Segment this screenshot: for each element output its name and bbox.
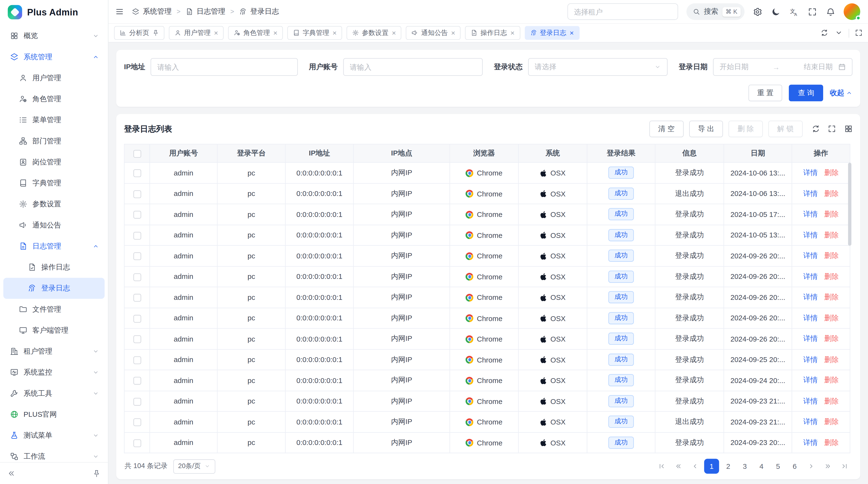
header-button-fullscreen[interactable] <box>808 7 817 17</box>
detail-link[interactable]: 详情 <box>803 375 817 385</box>
tab-close-icon[interactable]: × <box>451 29 455 37</box>
tab-item[interactable]: 角色管理× <box>228 26 283 40</box>
header-button-gear[interactable] <box>753 7 762 17</box>
tab-close-icon[interactable]: × <box>392 29 396 37</box>
tab-item[interactable]: 登录日志× <box>525 26 580 40</box>
header-button-moon[interactable] <box>771 7 780 17</box>
delete-link[interactable]: 删除 <box>824 375 839 385</box>
delete-link[interactable]: 删除 <box>824 230 839 240</box>
tab-item[interactable]: 参数设置× <box>347 26 402 40</box>
panel-action-button[interactable]: 导 出 <box>689 121 723 137</box>
delete-link[interactable]: 删除 <box>824 438 839 447</box>
sidebar-item[interactable]: 概览 <box>3 26 105 46</box>
detail-link[interactable]: 详情 <box>803 438 817 447</box>
checkbox[interactable] <box>133 169 141 177</box>
sidebar-item[interactable]: 客户端管理 <box>3 320 105 341</box>
sidebar-item[interactable]: 系统工具 <box>3 383 105 404</box>
panel-action-button[interactable]: 清 空 <box>649 121 683 137</box>
delete-link[interactable]: 删除 <box>824 313 839 323</box>
detail-link[interactable]: 详情 <box>803 251 817 261</box>
header-button-bell[interactable] <box>826 7 835 17</box>
logo[interactable]: Plus Admin <box>0 0 108 24</box>
sidebar-pin-button[interactable] <box>92 469 100 478</box>
fast-next-button[interactable] <box>820 459 835 474</box>
checkbox[interactable] <box>133 377 141 385</box>
delete-link[interactable]: 删除 <box>824 209 839 219</box>
collapse-filters-link[interactable]: 收起 <box>830 88 852 98</box>
detail-link[interactable]: 详情 <box>803 417 817 427</box>
checkbox[interactable] <box>133 190 141 198</box>
sidebar-item[interactable]: 部门管理 <box>3 131 105 152</box>
sidebar-item[interactable]: 岗位管理 <box>3 152 105 172</box>
page-number-button[interactable]: 2 <box>721 459 736 474</box>
sidebar-item[interactable]: 日志管理 <box>3 236 105 257</box>
tabbar-button-refresh[interactable] <box>820 29 828 37</box>
filter-select[interactable]: 请选择 <box>528 58 668 76</box>
sidebar-item[interactable]: 菜单管理 <box>3 110 105 131</box>
page-size-select[interactable]: 20条/页 <box>173 459 215 474</box>
sidebar-item[interactable]: 文件管理 <box>3 299 105 320</box>
sidebar-item[interactable]: 登录日志 <box>3 278 105 299</box>
panel-button-fullscreen[interactable] <box>828 125 836 133</box>
filter-input[interactable] <box>151 58 298 76</box>
checkbox[interactable] <box>133 418 141 426</box>
avatar[interactable] <box>844 3 860 20</box>
panel-button-refresh[interactable] <box>811 125 820 133</box>
tab-close-icon[interactable]: × <box>273 29 277 37</box>
page-number-button[interactable]: 4 <box>754 459 769 474</box>
filter-input[interactable] <box>343 58 483 76</box>
sidebar-item[interactable]: 参数设置 <box>3 194 105 215</box>
sidebar-item[interactable]: PLUS官网 <box>3 404 105 425</box>
breadcrumb-item[interactable]: 登录日志 <box>239 7 279 17</box>
panel-button-grid[interactable] <box>844 125 852 133</box>
checkbox[interactable] <box>133 294 141 301</box>
sidebar-collapse-button[interactable] <box>7 469 16 478</box>
breadcrumb-item[interactable]: 日志管理 <box>185 7 225 17</box>
header-button-translate[interactable] <box>789 7 799 17</box>
pin-icon[interactable] <box>152 29 159 36</box>
detail-link[interactable]: 详情 <box>803 292 817 302</box>
sidebar-item[interactable]: 系统管理 <box>3 46 105 67</box>
panel-action-button[interactable]: 解 锁 <box>768 121 802 137</box>
checkbox[interactable] <box>133 273 141 281</box>
checkbox[interactable] <box>133 232 141 239</box>
next-page-button[interactable] <box>804 459 819 474</box>
tab-close-icon[interactable]: × <box>333 29 337 37</box>
checkbox[interactable] <box>133 315 141 322</box>
detail-link[interactable]: 详情 <box>803 209 817 219</box>
sidebar-item[interactable]: 测试菜单 <box>3 425 105 446</box>
delete-link[interactable]: 删除 <box>824 251 839 261</box>
reset-button[interactable]: 重 置 <box>748 85 782 101</box>
detail-link[interactable]: 详情 <box>803 396 817 406</box>
last-page-button[interactable] <box>837 459 852 474</box>
page-number-button[interactable]: 3 <box>737 459 752 474</box>
delete-link[interactable]: 删除 <box>824 292 839 302</box>
tab-item[interactable]: 操作日志× <box>465 26 520 40</box>
sidebar-item[interactable]: 操作日志 <box>3 257 105 278</box>
tab-item[interactable]: 通知公告× <box>406 26 461 40</box>
detail-link[interactable]: 详情 <box>803 313 817 323</box>
detail-link[interactable]: 详情 <box>803 334 817 344</box>
detail-link[interactable]: 详情 <box>803 230 817 240</box>
tab-close-icon[interactable]: × <box>570 29 574 37</box>
checkbox[interactable] <box>133 439 141 447</box>
tab-item[interactable]: 用户管理× <box>169 26 224 40</box>
sidebar-item[interactable]: 系统监控 <box>3 362 105 383</box>
page-number-button[interactable]: 5 <box>771 459 785 474</box>
tab-close-icon[interactable]: × <box>510 29 515 37</box>
checkbox[interactable] <box>133 335 141 343</box>
tab-maximize-button[interactable] <box>855 29 863 37</box>
delete-link[interactable]: 删除 <box>824 355 839 364</box>
query-button[interactable]: 查 询 <box>789 85 823 101</box>
table-scrollbar[interactable] <box>848 163 851 451</box>
scrollbar-thumb[interactable] <box>848 163 851 246</box>
delete-link[interactable]: 删除 <box>824 168 839 178</box>
sidebar-item[interactable]: 角色管理 <box>3 89 105 109</box>
fast-prev-button[interactable] <box>671 459 686 474</box>
tab-item[interactable]: 分析页 <box>114 26 164 40</box>
tabbar-button-chevron-down[interactable] <box>835 29 843 37</box>
tab-close-icon[interactable]: × <box>214 29 218 37</box>
tab-item[interactable]: 字典管理× <box>287 26 342 40</box>
sidebar-item[interactable]: 通知公告 <box>3 215 105 236</box>
sidebar-item[interactable]: 字典管理 <box>3 172 105 194</box>
